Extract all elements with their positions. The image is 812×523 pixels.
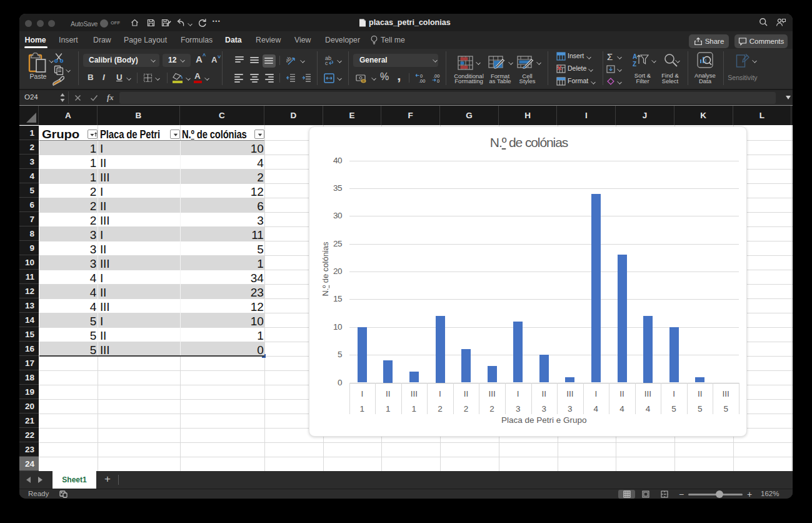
svg-text:c: c bbox=[325, 60, 328, 66]
svg-text:Z: Z bbox=[633, 61, 636, 68]
svg-text:0: 0 bbox=[437, 78, 439, 83]
svg-text:A: A bbox=[633, 53, 637, 60]
svg-text:.00: .00 bbox=[419, 78, 425, 83]
